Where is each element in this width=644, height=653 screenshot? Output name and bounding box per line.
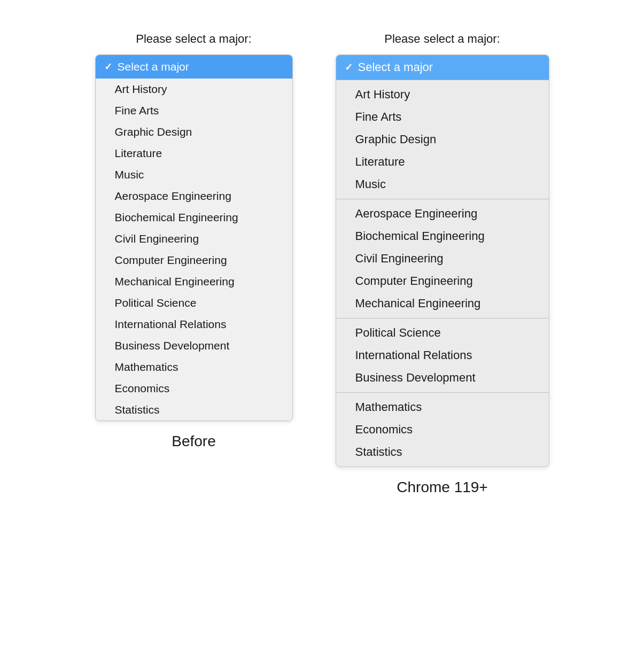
checkmark-icon: ✓ — [104, 61, 112, 73]
list-item[interactable]: Graphic Design — [336, 128, 549, 151]
list-item[interactable]: Statistics — [336, 441, 549, 463]
before-selected-text: Select a major — [118, 60, 189, 73]
list-item[interactable]: Economics — [96, 378, 292, 399]
after-label: Chrome 119+ — [397, 479, 487, 496]
list-item[interactable]: Civil Engineering — [96, 228, 292, 250]
list-item[interactable]: Mechanical Engineering — [96, 271, 292, 292]
list-item[interactable]: Biochemical Engineering — [336, 225, 549, 247]
after-groups-container: Art HistoryFine ArtsGraphic DesignLitera… — [336, 80, 549, 467]
list-item[interactable]: Business Development — [336, 367, 549, 389]
list-item[interactable]: Biochemical Engineering — [96, 207, 292, 228]
list-item[interactable]: Civil Engineering — [336, 247, 549, 270]
list-item[interactable]: Computer Engineering — [96, 250, 292, 271]
list-item[interactable]: Literature — [336, 151, 549, 173]
before-options-list: Art HistoryFine ArtsGraphic DesignLitera… — [96, 79, 292, 421]
list-item[interactable]: International Relations — [96, 314, 292, 335]
list-item[interactable]: Business Development — [96, 335, 292, 356]
list-item[interactable]: Literature — [96, 143, 292, 164]
list-item[interactable]: Political Science — [96, 292, 292, 314]
option-group-arts: Art HistoryFine ArtsGraphic DesignLitera… — [336, 80, 549, 199]
list-item[interactable]: Economics — [336, 418, 549, 441]
list-item[interactable]: Computer Engineering — [336, 270, 549, 292]
after-selected-option[interactable]: ✓ Select a major — [336, 55, 549, 80]
list-item[interactable]: Music — [336, 173, 549, 196]
list-item[interactable]: Fine Arts — [336, 106, 549, 128]
after-select-label: Please select a major: — [384, 32, 500, 46]
list-item[interactable]: Art History — [96, 79, 292, 100]
before-select-label: Please select a major: — [136, 32, 251, 46]
before-dropdown[interactable]: ✓ Select a major Art HistoryFine ArtsGra… — [95, 55, 293, 421]
option-group-stem: MathematicsEconomicsStatistics — [336, 392, 549, 467]
before-label: Before — [172, 433, 216, 450]
list-item[interactable]: Art History — [336, 83, 549, 106]
list-item[interactable]: Aerospace Engineering — [336, 203, 549, 225]
after-checkmark-icon: ✓ — [345, 61, 353, 73]
list-item[interactable]: Mathematics — [336, 396, 549, 418]
list-item[interactable]: Music — [96, 164, 292, 185]
comparison-container: Please select a major: ✓ Select a major … — [11, 21, 633, 496]
after-dropdown[interactable]: ✓ Select a major Art HistoryFine ArtsGra… — [336, 55, 549, 467]
before-selected-option[interactable]: ✓ Select a major — [96, 55, 292, 79]
option-group-social-sciences: Political ScienceInternational Relations… — [336, 318, 549, 392]
option-group-engineering: Aerospace EngineeringBiochemical Enginee… — [336, 199, 549, 318]
after-selected-text: Select a major — [358, 60, 433, 74]
list-item[interactable]: Political Science — [336, 322, 549, 344]
list-item[interactable]: Statistics — [96, 399, 292, 421]
list-item[interactable]: Fine Arts — [96, 100, 292, 121]
list-item[interactable]: Graphic Design — [96, 121, 292, 143]
list-item[interactable]: Aerospace Engineering — [96, 185, 292, 207]
after-column: Please select a major: ✓ Select a major … — [336, 32, 549, 496]
list-item[interactable]: International Relations — [336, 344, 549, 367]
before-column: Please select a major: ✓ Select a major … — [95, 32, 293, 450]
list-item[interactable]: Mechanical Engineering — [336, 292, 549, 315]
list-item[interactable]: Mathematics — [96, 356, 292, 378]
